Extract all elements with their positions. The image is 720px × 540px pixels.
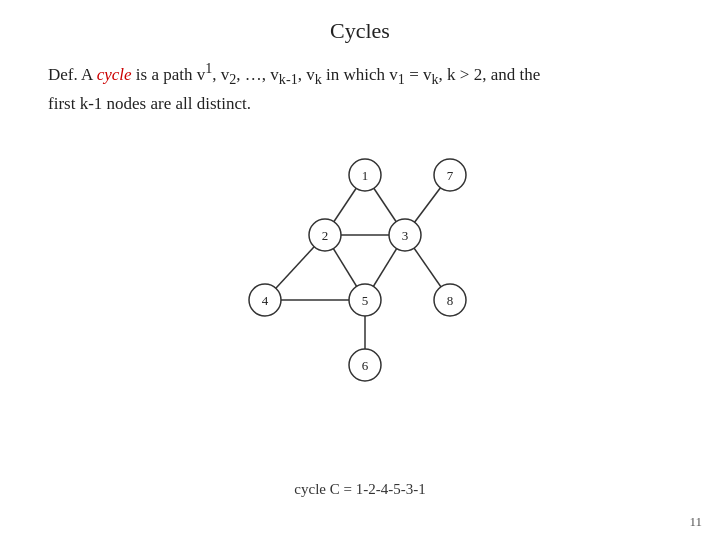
svg-text:6: 6	[362, 358, 369, 373]
slide-number: 11	[689, 514, 702, 530]
def-subkb: k	[432, 71, 439, 87]
def-sub1b: 1	[398, 71, 405, 87]
def-part1: Def. A	[48, 65, 97, 84]
graph-caption: cycle C = 1-2-4-5-3-1	[294, 481, 425, 498]
graph-diagram: 1 7 2 3 4 5 8 6	[230, 155, 490, 385]
def-part6: in which v	[322, 65, 398, 84]
definition-text: Def. A cycle is a path v1, v2, …, vk-1, …	[48, 58, 672, 117]
svg-text:4: 4	[262, 293, 269, 308]
slide-title: Cycles	[0, 0, 720, 44]
svg-text:7: 7	[447, 168, 454, 183]
def-subk: k	[315, 71, 322, 87]
graph-svg: 1 7 2 3 4 5 8 6	[230, 155, 490, 385]
graph-edges	[265, 175, 450, 365]
def-part2: is a path v	[132, 65, 206, 84]
graph-nodes: 1 7 2 3 4 5 8 6	[249, 159, 466, 381]
svg-text:2: 2	[322, 228, 329, 243]
def-part7: = v	[405, 65, 432, 84]
def-keyword: cycle	[97, 65, 132, 84]
svg-text:1: 1	[362, 168, 369, 183]
def-subk1: k-1	[279, 71, 298, 87]
def-line2: first k-1 nodes are all distinct.	[48, 94, 251, 113]
def-part8: , k > 2, and the	[439, 65, 541, 84]
def-part3: , v	[212, 65, 229, 84]
svg-text:8: 8	[447, 293, 454, 308]
svg-text:5: 5	[362, 293, 369, 308]
def-part4: , …, v	[236, 65, 279, 84]
def-part5: , v	[298, 65, 315, 84]
svg-text:3: 3	[402, 228, 409, 243]
